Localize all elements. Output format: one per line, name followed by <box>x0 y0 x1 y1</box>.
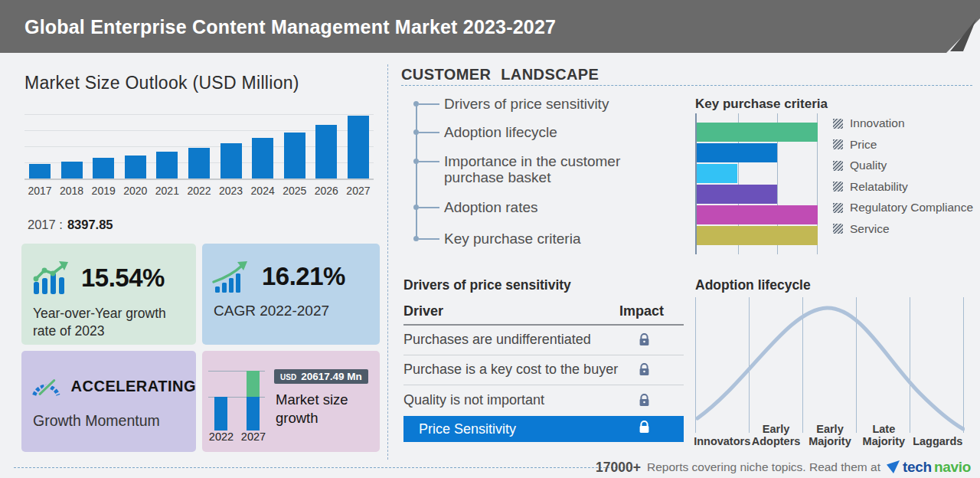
adoption-labels: InnovatorsEarly AdoptersEarly MajorityLa… <box>695 416 965 448</box>
x-tick-label: 2022 <box>186 185 212 197</box>
list-bullet <box>413 205 419 210</box>
x-tick-label: 2025 <box>282 185 308 197</box>
bar-chart-trend-icon <box>31 260 71 296</box>
driver-row: Quality is not important <box>403 385 684 416</box>
infographic-page: Global Enterprise Content Management Mar… <box>0 0 980 478</box>
list-connector <box>419 161 439 162</box>
footer-dashed-line <box>14 467 632 468</box>
bar-2022 <box>186 112 212 178</box>
market-size-bars <box>27 112 371 178</box>
drivers-title: Drivers of price sensitivity <box>403 277 571 293</box>
drivers-rows: Purchases are undifferentiatedPurchase i… <box>403 325 684 416</box>
legend-hatch-icon <box>833 224 843 234</box>
legend-item: Regulatory Compliance <box>833 199 973 216</box>
market-size-chart: 2017201820192020202120222023202420252026… <box>24 112 374 197</box>
adoption-stage-label: Laggards <box>911 416 965 448</box>
currency-label: USD <box>280 373 296 381</box>
cagr-label: CAGR 2022-2027 <box>214 302 355 321</box>
mini-bar-2022 <box>214 397 227 431</box>
legend-hatch-icon <box>833 182 843 192</box>
kpc-chart <box>695 113 821 254</box>
driver-row: Purchase is a key cost to the buyer <box>403 355 684 386</box>
cagr-card: 16.21% CAGR 2022-2027 <box>202 244 380 345</box>
base-year-value: 2017 :8397.85 <box>28 218 113 232</box>
bar-2026 <box>313 112 339 178</box>
list-connector <box>419 132 439 133</box>
growth-arrow-icon <box>212 260 252 293</box>
adoption-stage-label: Early Majority <box>803 416 857 448</box>
list-connector <box>419 207 439 208</box>
bar <box>29 164 51 178</box>
kpc-bar-price <box>697 143 777 162</box>
landscape-item-3: Importance in the customer purchase bask… <box>444 153 651 185</box>
driver-label: Quality is not important <box>403 392 544 408</box>
driver-row: Purchases are undifferentiated <box>403 325 684 355</box>
legend-item: Innovation <box>833 115 973 132</box>
x-tick-label: 2020 <box>122 185 149 197</box>
lock-icon <box>639 333 650 346</box>
landscape-item-5: Key purchase criteria <box>444 231 651 247</box>
bar <box>284 133 305 178</box>
adoption-stage-label: Late Majority <box>857 416 910 448</box>
kpc-bar-quality <box>697 164 737 183</box>
momentum-label: Growth Momentum <box>33 412 196 430</box>
mini-year-start: 2022 <box>207 431 235 443</box>
momentum-card: ACCELERATING Growth Momentum <box>21 351 196 452</box>
adoption-title: Adoption lifecycle <box>695 277 811 293</box>
bar-2024 <box>250 112 276 178</box>
yoy-stat-row: 15.54% <box>31 260 196 296</box>
list-bullet <box>413 101 419 106</box>
bar-2027 <box>345 112 371 178</box>
kpc-legend: InnovationPriceQualityRelatabilityRegula… <box>833 115 973 237</box>
legend-label: Service <box>850 222 890 236</box>
legend-label: Innovation <box>850 116 905 130</box>
bar <box>220 143 242 178</box>
list-bullet <box>413 159 419 164</box>
growth-amount: 20617.49 Mn <box>301 371 362 382</box>
momentum-value: ACCELERATING <box>71 378 196 395</box>
adoption-stage-label: Innovators <box>695 416 749 448</box>
legend-label: Relatability <box>850 180 908 194</box>
lock-icon <box>639 363 650 376</box>
col-driver: Driver <box>403 303 443 319</box>
cagr-value: 16.21% <box>262 262 345 291</box>
page-title: Global Enterprise Content Management Mar… <box>0 0 980 54</box>
section-divider <box>387 64 388 460</box>
header: Global Enterprise Content Management Mar… <box>0 0 980 53</box>
list-connector-line <box>416 104 417 239</box>
lock-icon <box>639 394 650 407</box>
report-count: 17000+ <box>596 460 641 476</box>
bar-2020 <box>122 112 149 178</box>
bar-2017 <box>27 112 53 178</box>
bar-2021 <box>154 112 180 178</box>
yoy-value: 15.54% <box>81 264 165 293</box>
legend-hatch-icon <box>833 139 843 149</box>
lock-icon <box>639 421 650 434</box>
driver-label: Purchase is a key cost to the buyer <box>403 362 618 378</box>
adoption-stage-label: Early Adopters <box>749 416 802 448</box>
col-impact: Impact <box>619 303 664 319</box>
yoy-label: Year-over-Year growth rate of 2023 <box>33 305 175 340</box>
list-bullet <box>413 236 419 241</box>
market-growth-card: 2022 2027 USD 20617.49 Mn Market size gr… <box>202 351 380 452</box>
kpc-title: Key purchase criteria <box>695 97 828 112</box>
x-tick-label: 2017 <box>27 185 53 197</box>
bar <box>315 125 337 178</box>
customer-landscape-title: CUSTOMER LANDSCAPE <box>401 66 599 83</box>
momentum-stat-row: ACCELERATING <box>31 372 196 400</box>
bar <box>156 152 178 178</box>
legend-item: Relatability <box>833 178 973 195</box>
bar <box>61 162 83 178</box>
kpc-bar-relatability <box>697 185 777 204</box>
drivers-table-header: Driver Impact <box>403 303 684 319</box>
legend-hatch-icon <box>833 119 843 129</box>
bar-2018 <box>59 112 85 178</box>
bar <box>93 158 114 178</box>
x-tick-label: 2026 <box>313 185 339 197</box>
growth-label: Market size growth <box>276 391 371 427</box>
mini-year-end: 2027 <box>240 431 267 443</box>
bar-2025 <box>282 112 308 178</box>
list-bullet <box>413 129 419 135</box>
legend-label: Regulatory Compliance <box>850 201 973 214</box>
x-tick-label: 2024 <box>250 185 276 197</box>
